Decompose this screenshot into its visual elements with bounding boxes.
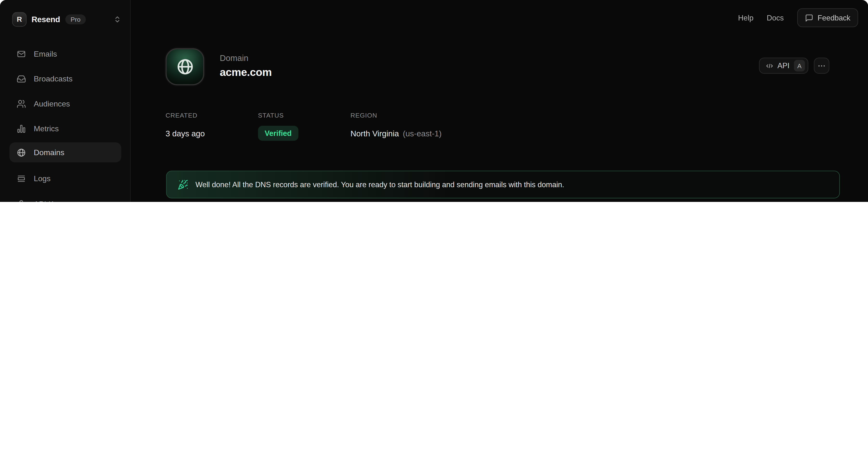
topbar: Help Docs Feedback: [131, 0, 868, 35]
sidebar-item-domains[interactable]: Domains: [9, 142, 121, 163]
plan-badge: Pro: [65, 14, 86, 24]
globe-icon: [176, 58, 194, 76]
message-square-icon: [805, 13, 813, 22]
mail-icon: [17, 49, 26, 59]
keyboard-shortcut-badge: A: [794, 60, 805, 71]
header-actions: API A: [759, 58, 830, 74]
sidebar-item-api-keys[interactable]: API Keys: [9, 194, 121, 202]
sidebar-item-label: Metrics: [34, 124, 59, 133]
sidebar-item-label: API Keys: [34, 200, 65, 202]
domain-stats: CREATED 3 days ago STATUS Verified REGIO…: [165, 112, 442, 141]
sidebar-item-metrics[interactable]: Metrics: [9, 119, 121, 139]
logs-icon: [17, 174, 26, 183]
app-window: R Resend Pro Emails Broadcasts: [0, 0, 868, 202]
sidebar: R Resend Pro Emails Broadcasts: [0, 0, 131, 202]
status-badge: Verified: [258, 126, 298, 141]
status-label: STATUS: [258, 112, 350, 119]
region-code: (us-east-1): [403, 129, 441, 138]
party-popper-icon: [178, 179, 188, 190]
docs-link[interactable]: Docs: [767, 13, 784, 22]
verified-banner: Well done! All the DNS records are verif…: [166, 171, 840, 198]
created-label: CREATED: [165, 112, 258, 119]
region-value: North Virginia: [350, 129, 399, 138]
users-icon: [17, 99, 26, 108]
lock-icon: [17, 199, 26, 202]
bar-chart-icon: [17, 124, 26, 133]
created-value: 3 days ago: [165, 126, 258, 141]
region-label: REGION: [350, 112, 442, 119]
sidebar-item-label: Audiences: [34, 99, 70, 108]
ellipsis-icon: [818, 62, 826, 69]
sidebar-item-broadcasts[interactable]: Broadcasts: [9, 69, 121, 89]
domain-avatar: [165, 48, 204, 85]
more-options-button[interactable]: [814, 58, 829, 74]
sidebar-item-logs[interactable]: Logs: [9, 168, 121, 188]
domain-label: Domain: [220, 53, 272, 63]
chevrons-up-down-icon[interactable]: [114, 15, 121, 23]
sidebar-item-label: Logs: [34, 174, 51, 183]
feedback-button[interactable]: Feedback: [797, 8, 858, 27]
sidebar-item-label: Domains: [34, 148, 64, 157]
sidebar-item-label: Emails: [34, 49, 57, 58]
sidebar-item-audiences[interactable]: Audiences: [9, 94, 121, 114]
globe-icon: [17, 148, 26, 157]
api-button-label: API: [777, 61, 789, 70]
sidebar-item-label: Broadcasts: [34, 74, 72, 83]
inbox-icon: [17, 74, 26, 83]
feedback-label: Feedback: [817, 13, 850, 22]
code-icon: [766, 62, 773, 69]
domain-header: Domain acme.com: [165, 48, 272, 85]
workspace-name: Resend: [32, 15, 60, 24]
workspace-switcher[interactable]: R Resend Pro: [12, 11, 121, 27]
banner-message: Well done! All the DNS records are verif…: [195, 180, 564, 189]
sidebar-item-emails[interactable]: Emails: [9, 44, 121, 64]
resend-logo: R: [12, 12, 27, 26]
api-button[interactable]: API A: [759, 58, 808, 74]
page-title: acme.com: [220, 66, 272, 79]
help-link[interactable]: Help: [738, 13, 753, 22]
